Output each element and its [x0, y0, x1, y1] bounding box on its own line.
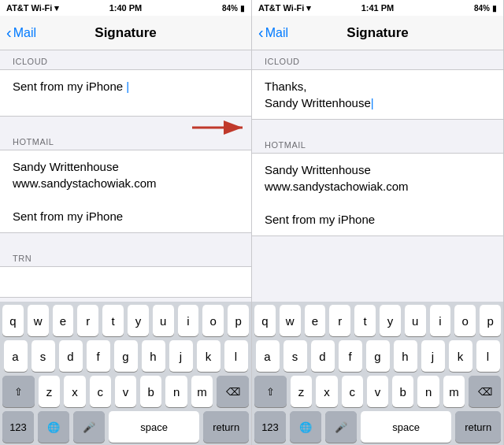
- left-key-a[interactable]: a: [4, 340, 28, 372]
- left-key-i[interactable]: i: [178, 305, 199, 336]
- right-num-key[interactable]: 123: [254, 411, 286, 443]
- right-space-key[interactable]: space: [361, 411, 451, 443]
- left-shift-key[interactable]: ⇧: [2, 376, 35, 407]
- left-key-d[interactable]: d: [59, 340, 83, 372]
- right-shift-key[interactable]: ⇧: [254, 376, 287, 407]
- left-hotmail-header: HOTMAIL: [0, 131, 251, 150]
- left-num-key[interactable]: 123: [2, 411, 34, 443]
- left-panel: AT&T Wi-Fi ▾ 1:40 PM 84% ▮ ‹ Mail Signat…: [0, 0, 252, 445]
- right-hotmail-line3: [265, 195, 491, 211]
- right-key-f[interactable]: f: [339, 340, 362, 372]
- left-key-u[interactable]: u: [153, 305, 174, 336]
- left-nav-bar: ‹ Mail Signature: [0, 16, 251, 50]
- right-mic-key[interactable]: 🎤: [325, 411, 357, 443]
- right-wifi-icon: ▾: [306, 3, 311, 13]
- left-key-z[interactable]: z: [39, 376, 60, 407]
- right-hotmail-line2: www.sandystachowiak.com: [265, 178, 491, 195]
- left-key-e[interactable]: e: [53, 305, 74, 336]
- left-hotmail-line4: Sent from my iPhone: [13, 208, 239, 224]
- left-time: 1:40 PM: [109, 3, 143, 13]
- right-key-z[interactable]: z: [291, 376, 312, 407]
- right-back-button[interactable]: ‹ Mail: [258, 25, 288, 40]
- left-key-c[interactable]: c: [90, 376, 111, 407]
- left-hotmail-line1: Sandy Writtenhouse: [13, 158, 239, 175]
- left-key-g[interactable]: g: [114, 340, 138, 372]
- right-key-e[interactable]: e: [305, 305, 326, 336]
- left-key-t[interactable]: t: [102, 305, 124, 336]
- right-key-b[interactable]: b: [392, 376, 413, 407]
- left-key-s[interactable]: s: [32, 340, 55, 372]
- right-key-n[interactable]: n: [417, 376, 439, 407]
- left-key-row1: q w e r t y u i o p: [2, 305, 249, 336]
- left-trn-header: TRN: [0, 247, 251, 266]
- right-hotmail-header: HOTMAIL: [252, 134, 503, 153]
- left-wifi-icon: ▾: [54, 3, 59, 13]
- left-key-b[interactable]: b: [140, 376, 161, 407]
- left-delete-key[interactable]: ⌫: [217, 376, 249, 407]
- left-icloud-signature[interactable]: Sent from my iPhone: [0, 69, 251, 117]
- right-hotmail-signature[interactable]: Sandy Writtenhouse www.sandystachowiak.c…: [252, 153, 503, 236]
- right-icloud-signature[interactable]: Thanks, Sandy Writtenhouse|: [252, 69, 503, 120]
- right-key-v[interactable]: v: [367, 376, 388, 407]
- right-key-m[interactable]: m: [443, 376, 465, 407]
- right-key-s[interactable]: s: [284, 340, 307, 372]
- left-globe-key[interactable]: 🌐: [38, 411, 69, 443]
- right-key-q[interactable]: q: [254, 305, 276, 336]
- left-trn-signature[interactable]: [0, 266, 251, 298]
- left-key-k[interactable]: k: [197, 340, 220, 372]
- right-key-l[interactable]: l: [476, 340, 500, 372]
- right-cursor: |: [371, 95, 374, 111]
- left-mic-key[interactable]: 🎤: [73, 411, 105, 443]
- right-status-left: AT&T Wi-Fi ▾: [258, 3, 311, 13]
- left-key-v[interactable]: v: [115, 376, 136, 407]
- left-icloud-header: ICLOUD: [0, 50, 251, 69]
- left-key-h[interactable]: h: [142, 340, 165, 372]
- right-keyboard: q w e r t y u i o p a s d f g h j k l ⇧ …: [252, 302, 503, 445]
- right-nav-title: Signature: [346, 25, 408, 41]
- left-key-q[interactable]: q: [2, 305, 24, 336]
- left-key-p[interactable]: p: [228, 305, 249, 336]
- left-space-key[interactable]: space: [109, 411, 199, 443]
- left-return-key[interactable]: return: [203, 411, 249, 443]
- right-delete-key[interactable]: ⌫: [469, 376, 501, 407]
- right-battery-icon: ▮: [492, 4, 497, 13]
- right-key-y[interactable]: y: [380, 305, 401, 336]
- right-key-o[interactable]: o: [454, 305, 476, 336]
- right-key-c[interactable]: c: [342, 376, 363, 407]
- right-key-w[interactable]: w: [280, 305, 301, 336]
- left-key-r[interactable]: r: [77, 305, 98, 336]
- right-hotmail-line1: Sandy Writtenhouse: [265, 161, 491, 178]
- left-key-j[interactable]: j: [169, 340, 193, 372]
- left-status-bar: AT&T Wi-Fi ▾ 1:40 PM 84% ▮: [0, 0, 251, 16]
- right-key-row4: 123 🌐 🎤 space return: [254, 411, 501, 443]
- left-key-o[interactable]: o: [202, 305, 224, 336]
- left-back-button[interactable]: ‹ Mail: [6, 25, 36, 40]
- left-hotmail-signature[interactable]: Sandy Writtenhouse www.sandystachowiak.c…: [0, 150, 251, 233]
- left-icloud-signature-text: Sent from my iPhone: [13, 80, 123, 93]
- left-key-f[interactable]: f: [87, 340, 110, 372]
- left-key-y[interactable]: y: [128, 305, 149, 336]
- right-key-g[interactable]: g: [366, 340, 390, 372]
- right-key-d[interactable]: d: [311, 340, 335, 372]
- left-key-n[interactable]: n: [165, 376, 187, 407]
- right-globe-key[interactable]: 🌐: [290, 411, 321, 443]
- left-key-w[interactable]: w: [28, 305, 49, 336]
- left-key-m[interactable]: m: [191, 376, 213, 407]
- right-key-p[interactable]: p: [480, 305, 501, 336]
- right-icloud-line1: Thanks,: [265, 78, 491, 95]
- right-key-j[interactable]: j: [421, 340, 445, 372]
- left-key-row3: ⇧ z x c v b n m ⌫: [2, 376, 249, 407]
- left-key-l[interactable]: l: [224, 340, 248, 372]
- right-key-k[interactable]: k: [449, 340, 472, 372]
- right-key-u[interactable]: u: [405, 305, 426, 336]
- left-key-x[interactable]: x: [64, 376, 85, 407]
- left-back-label: Mail: [13, 26, 36, 40]
- right-key-r[interactable]: r: [329, 305, 350, 336]
- right-key-i[interactable]: i: [430, 305, 451, 336]
- right-panel: AT&T Wi-Fi ▾ 1:41 PM 84% ▮ ‹ Mail Signat…: [252, 0, 504, 445]
- right-return-key[interactable]: return: [455, 411, 501, 443]
- right-key-a[interactable]: a: [256, 340, 280, 372]
- right-key-x[interactable]: x: [316, 376, 337, 407]
- right-key-h[interactable]: h: [394, 340, 417, 372]
- right-key-t[interactable]: t: [354, 305, 376, 336]
